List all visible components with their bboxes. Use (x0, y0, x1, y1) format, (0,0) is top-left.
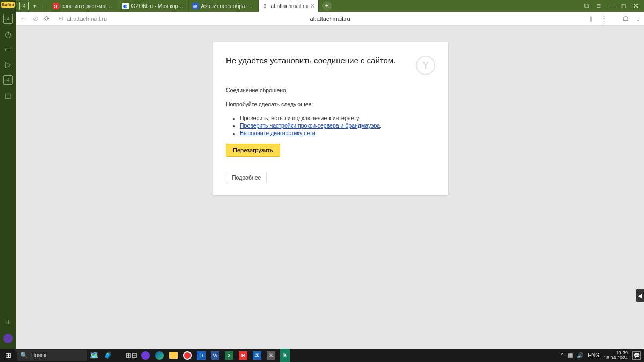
translate-icon[interactable]: ☖ (623, 14, 629, 23)
url-center-display: af.attachmail.ru (310, 16, 350, 22)
proxy-settings-link[interactable]: Проверить настройки прокси-сервера и бра… (240, 122, 380, 129)
taskbar-search[interactable]: 🔍 Поиск (17, 350, 87, 361)
menu-icon[interactable]: ≡ (597, 2, 601, 10)
downloads-icon[interactable]: ↓ (636, 14, 640, 23)
tab-title: af.attachmail.ru (271, 3, 308, 9)
taskbar-outlook[interactable]: O (194, 349, 208, 362)
minimize-icon[interactable]: — (608, 2, 614, 10)
bookmark-icon[interactable]: ▮ (589, 14, 593, 23)
tab-counter[interactable]: 4 (19, 2, 29, 10)
back-button[interactable]: ← (20, 14, 27, 23)
tab-title: OZON.ru - Моя корзина (131, 3, 185, 9)
close-window-icon[interactable]: ✕ (633, 2, 639, 10)
error-try: Попробуйте сделать следующее: (226, 101, 435, 107)
taskbar-kaspersky[interactable]: k (278, 349, 292, 362)
taskbar-luggage-icon[interactable]: 🧳 (101, 349, 115, 362)
shield-icon[interactable]: ⊘ (33, 14, 39, 23)
taskbar-yandex-browser[interactable] (138, 349, 152, 362)
notification-center-icon[interactable]: 💬 (632, 351, 641, 360)
tray-network-icon[interactable]: ▦ (568, 352, 573, 358)
taskbar-taskview-icon[interactable]: ⊞⊟ (125, 349, 138, 362)
tray-volume-icon[interactable]: 🔊 (577, 352, 583, 358)
tab-title: AstraZeneca обратилась (201, 3, 255, 9)
reload-page-button[interactable]: Перезагрузить (226, 144, 280, 157)
address-bar: ← ⊘ ⟳ ⊚ af.attachmail.ru af.attachmail.r… (16, 12, 644, 26)
taskbar-yandex[interactable] (180, 349, 194, 362)
network-diagnostics-link[interactable]: Выполните диагностику сети (240, 130, 316, 136)
page-viewport: Не удаётся установить соединение с сайто… (16, 26, 644, 349)
tray-overflow-icon[interactable]: ^ (561, 352, 564, 358)
kebab-menu-icon[interactable]: ⋮ (601, 14, 608, 23)
reload-button[interactable]: ⟳ (44, 14, 50, 23)
tab-title: озон интернет-магазин о (62, 3, 115, 9)
clock-icon[interactable]: ◷ (4, 30, 12, 39)
alice-assistant-icon[interactable] (3, 334, 13, 343)
taskbar-yandex-app[interactable]: Я (236, 349, 250, 362)
search-icon: 🔍 (20, 352, 28, 359)
yandex-logo-icon: Y (416, 56, 435, 75)
windows-taskbar: ⊞ 🔍 Поиск 🗺️ 🧳 ⊞⊟ O W X Я ✉ ✉ k ^ ▦ 🔊 EN… (0, 349, 644, 362)
downloads-count-icon[interactable]: 4 (3, 75, 13, 85)
copy-window-icon[interactable]: ⧉ (584, 2, 589, 10)
taskbar-file-explorer[interactable] (166, 349, 180, 362)
maximize-icon[interactable]: □ (622, 2, 626, 10)
tray-language[interactable]: ENG (588, 352, 599, 358)
browser-side-panel: Войти 4 ◷ ▭ ▷ 4 ◻ + (0, 0, 16, 349)
taskbar-map-icon[interactable]: 🗺️ (87, 349, 101, 362)
site-info-icon[interactable]: ⊚ (58, 15, 63, 22)
side-pull-handle[interactable]: ◀ (636, 289, 644, 302)
error-card: Не удаётся установить соединение с сайто… (213, 42, 448, 195)
globe-favicon-icon: @ (192, 3, 199, 9)
taskbar-clock[interactable]: 10:39 18.04.2024 (604, 351, 628, 360)
chat-icon[interactable]: ◻ (4, 91, 12, 100)
yandex-favicon-icon: Я (53, 3, 59, 9)
start-button[interactable]: ⊞ (0, 349, 16, 362)
page-favicon-icon: 🗋 (262, 3, 268, 9)
tab-3[interactable]: @ AstraZeneca обратилась (189, 0, 259, 12)
ozon-favicon-icon: ◐ (122, 3, 129, 9)
url-field[interactable]: ⊚ af.attachmail.ru (58, 15, 107, 22)
error-subtitle: Соединение сброшено. (226, 87, 435, 93)
taskbar-word[interactable]: W (208, 349, 222, 362)
taskbar-mail2[interactable]: ✉ (264, 349, 278, 362)
close-tab-icon[interactable]: ✕ (310, 3, 315, 10)
login-button[interactable]: Войти (1, 2, 15, 8)
url-text: af.attachmail.ru (67, 16, 107, 22)
new-tab-button[interactable]: + (322, 1, 332, 11)
taskbar-excel[interactable]: X (222, 349, 236, 362)
play-icon[interactable]: ▷ (4, 60, 12, 69)
add-panel-icon[interactable]: + (5, 317, 11, 328)
taskbar-mail[interactable]: ✉ (250, 349, 264, 362)
tab-list-chevron-icon[interactable]: ▾ (31, 3, 38, 9)
taskbar-edge[interactable] (152, 349, 166, 362)
tab-strip: 4 ▾ | Я озон интернет-магазин о ◐ OZON.r… (16, 0, 644, 12)
details-button[interactable]: Подробнее (226, 172, 267, 183)
error-suggestion-1: Проверить, есть ли подключение к интерне… (240, 115, 435, 121)
tab-4-active[interactable]: 🗋 af.attachmail.ru ✕ (259, 0, 319, 12)
search-placeholder: Поиск (31, 352, 46, 358)
tab-1[interactable]: Я озон интернет-магазин о (49, 0, 119, 12)
error-title: Не удаётся установить соединение с сайто… (226, 56, 409, 65)
bookmark-panel-icon[interactable]: ▭ (4, 45, 12, 54)
sidebar-badge-count[interactable]: 4 (3, 14, 13, 24)
tab-2[interactable]: ◐ OZON.ru - Моя корзина (119, 0, 189, 12)
